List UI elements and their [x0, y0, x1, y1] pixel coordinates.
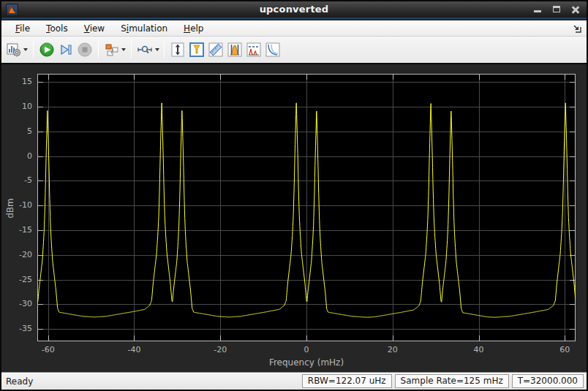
x-axis-label: Frequency (mHz): [37, 357, 576, 368]
menu-bar: FileToolsViewSimulationHelp: [1, 20, 587, 37]
y-tick-label: 5: [3, 126, 32, 136]
y-tick-label: 10: [3, 102, 32, 111]
chevron-down-icon: [155, 48, 159, 51]
x-tick-label: -40: [118, 345, 150, 354]
x-tick-label: 0: [290, 345, 323, 354]
toolbar: [1, 37, 587, 64]
spectrum-trace: [37, 103, 576, 317]
y-tick-label: -15: [3, 225, 32, 235]
x-tick-label: 60: [549, 345, 581, 354]
chevron-down-icon: [121, 48, 126, 51]
chevron-down-icon: [23, 48, 28, 51]
step-forward-button[interactable]: [56, 40, 75, 59]
status-message: Ready: [1, 376, 302, 387]
menu-item-tools[interactable]: Tools: [38, 22, 76, 35]
step-forward-icon: [58, 42, 74, 58]
dock-arrow-icon[interactable]: [573, 24, 582, 34]
scope-display: dBm Frequency (mHz) 151050-5-10-15-20-25…: [1, 64, 587, 372]
y-tick-label: -10: [3, 200, 32, 210]
zoom-span-button[interactable]: [135, 40, 160, 59]
maximize-button[interactable]: [551, 4, 562, 15]
toolbar-separator: [131, 41, 132, 58]
window-title: upconverted: [1, 4, 587, 15]
spectrum-settings-button[interactable]: [4, 40, 29, 59]
menu-item-help[interactable]: Help: [176, 22, 211, 35]
x-tick-label: 20: [377, 345, 409, 354]
title-bar[interactable]: upconverted: [1, 1, 587, 19]
sample-rate-panel: Sample Rate=125 mHz: [395, 374, 509, 388]
view-simulink-model-button[interactable]: [102, 40, 127, 59]
x-tick-label: 40: [463, 345, 495, 354]
y-tick-label: -35: [3, 324, 32, 333]
play-icon: [39, 42, 55, 58]
menu-item-view[interactable]: View: [76, 22, 113, 35]
y-tick-label: -20: [3, 250, 32, 259]
channel-measurements-button[interactable]: [225, 40, 244, 59]
toolbar-separator: [164, 41, 165, 58]
y-tick-label: 0: [3, 151, 32, 161]
minimize-button[interactable]: [532, 4, 543, 15]
cursor-measurements-button[interactable]: [187, 40, 206, 59]
stop-button[interactable]: [75, 40, 94, 59]
spectrum-analyzer-window: upconverted FileToolsViewSimulationHelp: [0, 0, 588, 391]
time-panel: T=32000.000: [512, 374, 584, 388]
x-tick-label: -60: [32, 345, 64, 354]
x-tick-label: -20: [204, 345, 236, 354]
ccdf-measurements-button[interactable]: [263, 40, 282, 59]
menu-item-file[interactable]: File: [7, 22, 38, 35]
y-tick-label: -5: [3, 175, 32, 185]
y-tick-label: -30: [3, 299, 32, 308]
stop-icon: [77, 42, 93, 58]
toolbar-separator: [98, 41, 99, 58]
status-bar: Ready RBW=122.07 uHz Sample Rate=125 mHz…: [1, 372, 587, 390]
y-tick-label: 15: [3, 77, 32, 86]
plot-area[interactable]: [37, 74, 576, 341]
autoscale-y-button[interactable]: [168, 40, 187, 59]
distortion-measurements-button[interactable]: [244, 40, 263, 59]
y-tick-label: -25: [3, 275, 32, 284]
close-button[interactable]: [570, 4, 581, 15]
menu-item-simulation[interactable]: Simulation: [113, 22, 176, 35]
toolbar-separator: [33, 41, 34, 58]
rbw-panel: RBW=122.07 uHz: [302, 374, 392, 388]
peak-finder-button[interactable]: [206, 40, 225, 59]
run-button[interactable]: [37, 40, 56, 59]
